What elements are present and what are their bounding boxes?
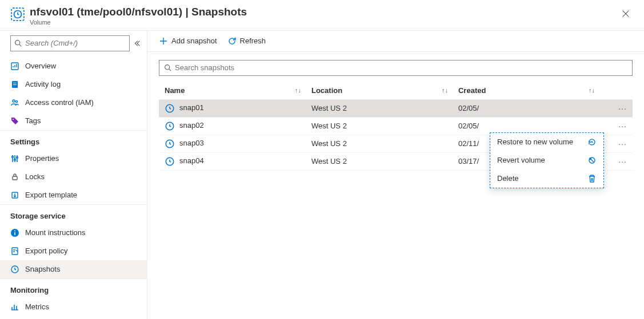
search-icon bbox=[14, 39, 22, 47]
search-icon bbox=[164, 64, 171, 71]
sidebar-item-metrics[interactable]: Metrics bbox=[0, 298, 147, 316]
sidebar-search-input[interactable] bbox=[25, 39, 126, 47]
cell-name: snap02 bbox=[179, 121, 204, 130]
column-created[interactable]: Created↑↓ bbox=[453, 82, 599, 100]
lock-icon bbox=[10, 172, 19, 181]
cell-name: snap04 bbox=[179, 156, 204, 165]
page-subtitle: Volume bbox=[30, 19, 618, 26]
sidebar-item-mount-instructions[interactable]: Mount instructions bbox=[0, 224, 147, 242]
menu-item-label: Delete bbox=[497, 174, 519, 183]
sidebar-item-label: Snapshots bbox=[25, 265, 137, 273]
svg-point-11 bbox=[14, 159, 16, 160]
chart-icon bbox=[10, 62, 19, 71]
sidebar-item-export-policy[interactable]: Export policy bbox=[0, 242, 147, 260]
sidebar-item-label: Export policy bbox=[25, 247, 137, 255]
menu-item-restore-to-new-volume[interactable]: Restore to new volume bbox=[490, 133, 603, 151]
sort-icon: ↑↓ bbox=[295, 87, 301, 94]
restore-icon bbox=[587, 138, 597, 147]
svg-point-2 bbox=[15, 41, 20, 45]
sidebar-item-tags[interactable]: Tags bbox=[0, 112, 147, 130]
page-title: nfsvol01 (tme/pool0/nfsvol01) | Snapshot… bbox=[30, 6, 618, 19]
snapshot-icon bbox=[165, 121, 175, 131]
sidebar: OverviewActivity logAccess control (IAM)… bbox=[0, 31, 147, 319]
plus-icon bbox=[159, 37, 168, 46]
refresh-icon bbox=[227, 37, 237, 46]
info-icon bbox=[10, 228, 19, 237]
page-header: nfsvol01 (tme/pool0/nfsvol01) | Snapshot… bbox=[0, 0, 644, 31]
snapshot-search-input[interactable] bbox=[175, 63, 627, 72]
people-icon bbox=[10, 98, 19, 107]
sidebar-item-label: Activity log bbox=[25, 80, 137, 88]
svg-point-26 bbox=[590, 158, 591, 159]
sidebar-item-label: Export template bbox=[25, 191, 137, 199]
context-menu: Restore to new volumeRevert volumeDelete bbox=[490, 132, 604, 188]
menu-item-label: Revert volume bbox=[497, 156, 545, 164]
snapshot-icon bbox=[165, 156, 175, 167]
sidebar-item-export-template[interactable]: Export template bbox=[0, 186, 147, 204]
row-actions-button[interactable]: ··· bbox=[599, 152, 633, 170]
sidebar-item-properties[interactable]: Properties bbox=[0, 150, 147, 168]
refresh-button[interactable]: Refresh bbox=[227, 37, 266, 46]
row-actions-button[interactable]: ··· bbox=[599, 135, 633, 152]
svg-rect-6 bbox=[13, 84, 17, 85]
menu-item-label: Restore to new volume bbox=[497, 138, 573, 146]
sliders-icon bbox=[10, 154, 19, 163]
row-actions-button[interactable]: ··· bbox=[599, 117, 633, 135]
sidebar-item-access-control-iam-[interactable]: Access control (IAM) bbox=[0, 94, 147, 112]
sidebar-item-overview[interactable]: Overview bbox=[0, 57, 147, 75]
toolbar: Add snapshot Refresh bbox=[147, 31, 644, 52]
export-icon bbox=[10, 191, 19, 200]
nav-group-header: Settings bbox=[0, 130, 147, 150]
menu-item-revert-volume[interactable]: Revert volume bbox=[490, 151, 603, 169]
sort-icon: ↑↓ bbox=[442, 87, 448, 94]
column-location[interactable]: Location↑↓ bbox=[306, 82, 453, 100]
cell-location: West US 2 bbox=[306, 135, 453, 152]
sidebar-item-label: Tags bbox=[25, 116, 137, 125]
svg-point-7 bbox=[13, 100, 15, 102]
tag-icon bbox=[10, 116, 19, 126]
svg-point-20 bbox=[165, 65, 170, 70]
collapse-sidebar-button[interactable] bbox=[133, 39, 141, 47]
policy-icon bbox=[10, 247, 19, 256]
cell-location: West US 2 bbox=[306, 152, 453, 170]
svg-point-9 bbox=[13, 119, 14, 120]
sidebar-item-label: Locks bbox=[25, 172, 137, 181]
sidebar-search[interactable] bbox=[10, 35, 130, 51]
sort-icon: ↑↓ bbox=[589, 87, 595, 94]
cell-name: snap03 bbox=[179, 139, 204, 147]
sidebar-item-label: Access control (IAM) bbox=[25, 98, 137, 107]
add-snapshot-button[interactable]: Add snapshot bbox=[159, 37, 217, 46]
nav-group-header: Monitoring bbox=[0, 278, 147, 298]
svg-rect-16 bbox=[14, 232, 15, 235]
nav-group-header: Storage service bbox=[0, 204, 147, 224]
sidebar-item-label: Metrics bbox=[25, 302, 137, 311]
sidebar-item-snapshots[interactable]: Snapshots bbox=[0, 260, 147, 278]
sidebar-item-activity-log[interactable]: Activity log bbox=[0, 75, 147, 94]
sidebar-item-label: Mount instructions bbox=[25, 228, 137, 237]
row-actions-button[interactable]: ··· bbox=[599, 99, 633, 117]
revert-icon bbox=[587, 156, 597, 165]
column-name[interactable]: Name↑↓ bbox=[159, 82, 306, 100]
svg-point-17 bbox=[14, 230, 15, 231]
svg-point-10 bbox=[12, 156, 14, 158]
log-icon bbox=[10, 80, 19, 89]
sidebar-item-label: Properties bbox=[25, 154, 137, 163]
cell-name: snap01 bbox=[179, 103, 204, 112]
svg-rect-13 bbox=[13, 176, 17, 180]
close-button[interactable] bbox=[618, 6, 634, 22]
snapshot-icon bbox=[165, 139, 175, 149]
menu-item-delete[interactable]: Delete bbox=[490, 169, 603, 188]
sidebar-item-locks[interactable]: Locks bbox=[0, 168, 147, 186]
table-row[interactable]: snap01 West US 2 02/05/ ··· bbox=[159, 99, 633, 117]
cell-location: West US 2 bbox=[306, 99, 453, 117]
svg-point-12 bbox=[17, 156, 18, 158]
cell-created: 02/05/ bbox=[453, 99, 599, 117]
volume-clock-icon bbox=[10, 7, 25, 22]
svg-point-8 bbox=[15, 100, 17, 102]
svg-rect-5 bbox=[13, 83, 17, 83]
sidebar-item-label: Overview bbox=[25, 62, 137, 70]
metrics-icon bbox=[10, 302, 19, 312]
snapshot-search[interactable] bbox=[159, 60, 633, 76]
clock-icon bbox=[10, 265, 19, 274]
delete-icon bbox=[587, 174, 597, 183]
